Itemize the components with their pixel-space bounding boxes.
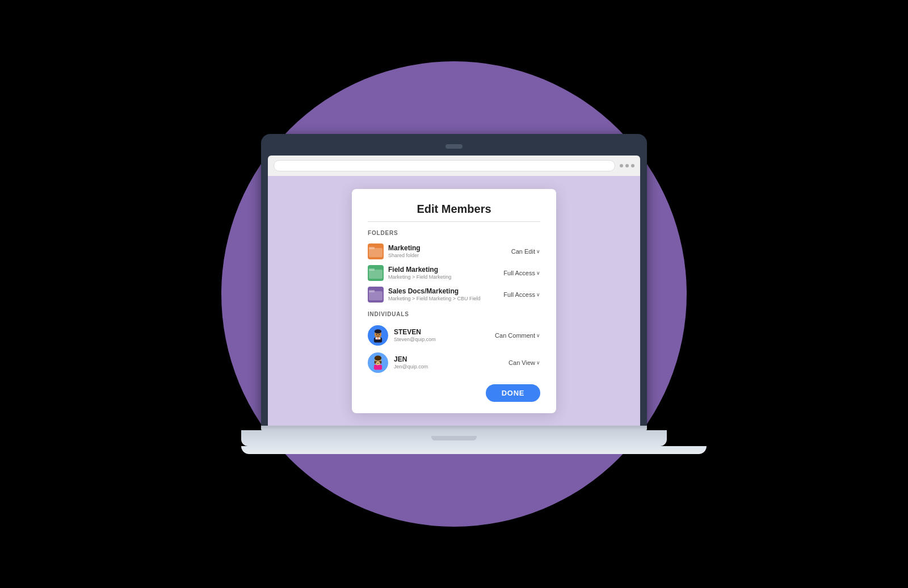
browser-dot-2	[625, 164, 629, 167]
laptop-base	[241, 426, 667, 454]
folders-list: Marketing Shared folder Can Edit ∨ Field…	[368, 241, 540, 305]
folder-icon-field-marketing	[368, 265, 384, 281]
svg-rect-18	[375, 360, 376, 363]
folder-permission-marketing[interactable]: Can Edit ∨	[511, 248, 540, 255]
modal-divider	[368, 221, 540, 222]
folder-icon-marketing	[368, 243, 384, 259]
chevron-icon: ∨	[536, 360, 540, 366]
svg-rect-4	[369, 291, 382, 300]
person-email-steven: Steven@quip.com	[394, 337, 436, 342]
svg-rect-0	[369, 248, 382, 257]
svg-point-9	[375, 329, 381, 333]
person-name-jen: JEN	[394, 355, 428, 363]
folders-section-label: FOLDERS	[368, 230, 540, 236]
person-email-jen: Jen@quip.com	[394, 364, 428, 369]
person-item-steven: STEVEN Steven@quip.com Can Comment ∨	[368, 322, 540, 349]
browser-address-bar	[274, 160, 615, 171]
folder-item-marketing: Marketing Shared folder Can Edit ∨	[368, 241, 540, 262]
browser-dots	[620, 164, 634, 167]
folder-permission-field-marketing[interactable]: Full Access ∨	[503, 270, 540, 276]
individuals-section-label: INDIVIDUALS	[368, 311, 540, 317]
folder-item-left: Field Marketing Marketing > Field Market…	[368, 265, 451, 281]
folder-item-sales-docs: Sales Docs/Marketing Marketing > Field M…	[368, 284, 540, 305]
folder-item-field-marketing: Field Marketing Marketing > Field Market…	[368, 262, 540, 284]
svg-rect-19	[380, 360, 382, 363]
svg-point-13	[379, 334, 380, 335]
person-item-left: STEVEN Steven@quip.com	[368, 325, 436, 346]
laptop-screen-frame: Edit Members FOLDERS Marketing Shared fo…	[261, 134, 647, 426]
folder-icon-sales-docs	[368, 287, 384, 303]
chevron-icon: ∨	[536, 292, 540, 297]
laptop-notch	[431, 436, 477, 440]
camera-bar	[268, 141, 640, 152]
svg-point-12	[376, 334, 377, 335]
folder-name-field-marketing: Field Marketing	[388, 266, 451, 274]
browser-chrome	[268, 156, 640, 176]
avatar-jen	[368, 352, 388, 373]
screen-content: Edit Members FOLDERS Marketing Shared fo…	[268, 176, 640, 426]
folder-name-marketing: Marketing	[388, 244, 421, 252]
folder-item-left: Marketing Shared folder	[368, 243, 421, 259]
folder-path-field-marketing: Marketing > Field Marketing	[388, 274, 451, 280]
svg-point-20	[376, 361, 377, 362]
folder-item-left: Sales Docs/Marketing Marketing > Field M…	[368, 287, 481, 303]
folder-path-marketing: Shared folder	[388, 253, 421, 258]
svg-point-21	[379, 361, 380, 362]
svg-rect-5	[369, 290, 375, 292]
svg-rect-3	[369, 268, 375, 271]
chevron-icon: ∨	[536, 249, 540, 254]
person-name-steven: STEVEN	[394, 328, 436, 336]
laptop-hinge	[261, 426, 647, 430]
chevron-icon: ∨	[536, 333, 540, 338]
scene: Edit Members FOLDERS Marketing Shared fo…	[142, 39, 766, 549]
individuals-list: STEVEN Steven@quip.com Can Comment ∨	[368, 322, 540, 376]
browser-dot-3	[631, 164, 634, 167]
person-item-left: JEN Jen@quip.com	[368, 352, 428, 373]
individuals-section: INDIVIDUALS	[368, 311, 540, 376]
chevron-icon: ∨	[536, 270, 540, 276]
laptop-feet	[241, 446, 707, 454]
done-button[interactable]: DONE	[486, 384, 540, 402]
folder-path-sales-docs: Marketing > Field Marketing > CBU Field	[388, 296, 481, 301]
edit-members-modal: Edit Members FOLDERS Marketing Shared fo…	[352, 189, 556, 413]
laptop-bottom	[241, 430, 667, 446]
svg-rect-15	[374, 364, 382, 369]
folder-name-sales-docs: Sales Docs/Marketing	[388, 287, 481, 295]
person-item-jen: JEN Jen@quip.com Can View ∨	[368, 349, 540, 376]
svg-point-17	[375, 355, 381, 360]
browser-dot-1	[620, 164, 623, 167]
laptop: Edit Members FOLDERS Marketing Shared fo…	[241, 134, 667, 454]
avatar-steven	[368, 325, 388, 346]
modal-title: Edit Members	[368, 203, 540, 216]
svg-rect-1	[369, 247, 375, 249]
laptop-camera	[445, 144, 463, 149]
svg-rect-2	[369, 270, 382, 279]
person-permission-jen[interactable]: Can View ∨	[508, 359, 540, 366]
folder-permission-sales-docs[interactable]: Full Access ∨	[503, 291, 540, 298]
person-permission-steven[interactable]: Can Comment ∨	[495, 332, 540, 339]
